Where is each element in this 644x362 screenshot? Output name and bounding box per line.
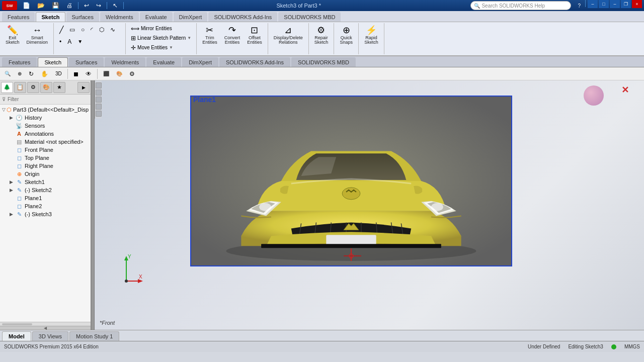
display-style-button[interactable]: ◼ (71, 68, 81, 79)
linear-pattern-button[interactable]: ⊞ Linear Sketch Pattern ▼ (129, 34, 193, 43)
property-tab[interactable]: 📋 (14, 82, 26, 93)
tab-dimxpert[interactable]: DimXpert (174, 12, 208, 22)
right-tool-1[interactable] (96, 82, 102, 88)
rapid-sketch-group: ⚡ RapidSketch (361, 23, 384, 55)
new-button[interactable]: 📄 (20, 0, 33, 11)
point-tool-button[interactable]: • (57, 36, 64, 47)
print-button[interactable]: 🖨 (64, 0, 75, 11)
tree-item-right-plane[interactable]: ◻ Right Plane (0, 162, 91, 170)
move-entities-button[interactable]: ✛ Move Entities ▼ (129, 43, 175, 52)
close-sketch-button[interactable]: ✕ (621, 84, 629, 96)
exit-sketch-button[interactable]: ✏️ ExitSketch (3, 24, 22, 47)
tab-surfaces[interactable]: Surfaces (66, 12, 99, 22)
sketch2-icon: ✎ (15, 187, 23, 194)
tree-item-history[interactable]: ▶ 🕐 History (0, 114, 91, 122)
page-tab-weldments[interactable]: Weldments (105, 57, 145, 67)
undo-button[interactable]: ↩ (82, 0, 92, 11)
view-3d-button[interactable]: 3D (53, 68, 64, 79)
tree-item-front-plane[interactable]: ◻ Front Plane (0, 146, 91, 154)
page-tab-sketch[interactable]: Sketch (38, 57, 68, 67)
circle-tool-button[interactable]: ○ (78, 24, 87, 35)
page-tab-dimxpert[interactable]: DimXpert (182, 57, 218, 67)
text-tool-button[interactable]: A (65, 36, 74, 47)
search-bar[interactable]: 🔍 Search SOLIDWORKS Help (470, 1, 571, 10)
save-button[interactable]: 💾 (49, 0, 62, 11)
tree-item-origin[interactable]: ⊕ Origin (0, 170, 91, 178)
tab-weldments[interactable]: Weldments (100, 12, 139, 22)
right-tool-4[interactable] (96, 104, 102, 110)
pan-button[interactable]: ✋ (38, 68, 51, 79)
right-tool-2[interactable] (96, 89, 102, 96)
filter-bar: ⊽ Filter (0, 95, 91, 105)
feature-tree-tab[interactable]: 🌲 (1, 82, 13, 93)
app-close-button[interactable]: × (632, 0, 642, 8)
tab-sketch[interactable]: Sketch (36, 12, 65, 22)
polygon-tool-button[interactable]: ⬡ (97, 24, 107, 35)
rapid-sketch-button[interactable]: ⚡ RapidSketch (362, 24, 381, 47)
trim-label: TrimEntities (202, 36, 217, 46)
offset-entities-button[interactable]: ⊡ OffsetEntities (245, 24, 265, 47)
tab-features[interactable]: Features (2, 12, 35, 22)
custom-tab[interactable]: ★ (53, 82, 65, 93)
trim-entities-button[interactable]: ✂ TrimEntities (200, 24, 220, 47)
appearance-tab[interactable]: 🎨 (40, 82, 52, 93)
page-tab-evaluate[interactable]: Evaluate (146, 57, 181, 67)
open-button[interactable]: 📂 (35, 0, 47, 11)
bottom-tab-3dviews[interactable]: 3D Views (32, 331, 68, 341)
rotate-view-button[interactable]: ↻ (26, 68, 36, 79)
settings-button[interactable]: ⚙ (127, 68, 137, 79)
zoom-area-button[interactable]: ⊕ (15, 68, 24, 79)
arc-tool-button[interactable]: ◜ (88, 24, 96, 35)
svg-point-3 (431, 203, 443, 211)
tree-item-plane2[interactable]: ◻ Plane2 (0, 202, 91, 210)
tree-root[interactable]: ▽ ⬡ Part3 (Default<<Default>_Disp (0, 106, 91, 114)
smart-dimension-button[interactable]: ↔ SmartDimension (24, 24, 51, 47)
view-palette-button[interactable]: 🎨 (114, 68, 125, 79)
repair-sketch-button[interactable]: ⚙ RepairSketch (312, 24, 331, 47)
line-tool-button[interactable]: ╱ (57, 24, 66, 35)
tree-item-sketch2[interactable]: ▶ ✎ (-) Sketch2 (0, 186, 91, 194)
section-view-button[interactable]: ⬛ (101, 68, 112, 79)
tree-item-material[interactable]: ▤ Material <not specified> (0, 138, 91, 146)
viewport[interactable]: Plane1 (95, 80, 644, 330)
panel-resize-handle[interactable]: ◀ (0, 326, 91, 330)
page-tab-bar: Features Sketch Surfaces Weldments Evalu… (0, 56, 644, 67)
tree-scrollbar[interactable] (2, 323, 32, 325)
annotations-expand-icon (8, 131, 14, 137)
page-tab-surfaces[interactable]: Surfaces (69, 57, 104, 67)
page-tab-addins[interactable]: SOLIDWORKS Add-Ins (219, 57, 290, 67)
select-button[interactable]: ↖ (110, 0, 120, 11)
help-button[interactable]: ? (575, 0, 583, 11)
tab-evaluate[interactable]: Evaluate (140, 12, 173, 22)
convert-entities-button[interactable]: ↷ ConvertEntities (222, 24, 243, 47)
spline-tool-button[interactable]: ∿ (108, 24, 118, 35)
display-delete-button[interactable]: ⊿ Display/DeleteRelations (271, 24, 305, 47)
app-restore-button[interactable]: ❐ (621, 0, 631, 8)
hide-show-button[interactable]: 👁 (83, 68, 94, 79)
minimize-button[interactable]: – (588, 0, 598, 8)
expand-panel-button[interactable]: ▶ (77, 82, 90, 93)
tree-item-plane1[interactable]: ◻ Plane1 (0, 194, 91, 202)
tree-item-sketch3[interactable]: ▶ ✎ (-) Sketch3 (0, 210, 91, 218)
page-tab-mbd[interactable]: SOLIDWORKS MBD (291, 57, 356, 67)
more-tools-button[interactable]: ▼ (75, 36, 85, 47)
tree-item-sensors[interactable]: 📡 Sensors (0, 122, 91, 130)
redo-button[interactable]: ↪ (94, 0, 104, 11)
tree-item-top-plane[interactable]: ◻ Top Plane (0, 154, 91, 162)
tree-item-annotations[interactable]: A Annotations (0, 130, 91, 138)
right-tool-5[interactable] (96, 111, 102, 117)
mirror-entities-button[interactable]: ⟺ Mirror Entities (129, 24, 174, 33)
page-tab-features[interactable]: Features (2, 57, 37, 67)
bottom-tab-model[interactable]: Model (2, 331, 31, 341)
rectangle-tool-button[interactable]: ▭ (67, 24, 77, 35)
tree-item-sketch1[interactable]: ▶ ✎ Sketch1 (0, 178, 91, 186)
bottom-tab-motion[interactable]: Motion Study 1 (69, 331, 119, 341)
zoom-fit-button[interactable]: 🔍 (2, 68, 13, 79)
right-tool-3[interactable] (96, 97, 102, 103)
app-min-button[interactable]: – (610, 0, 620, 8)
config-tab[interactable]: ⚙ (27, 82, 39, 93)
tab-addins[interactable]: SOLIDWORKS Add-Ins (208, 12, 277, 22)
maximize-button[interactable]: □ (599, 0, 609, 8)
quick-snaps-button[interactable]: ⊕ QuickSnaps (337, 24, 355, 47)
tab-mbd[interactable]: SOLIDWORKS MBD (278, 12, 341, 22)
